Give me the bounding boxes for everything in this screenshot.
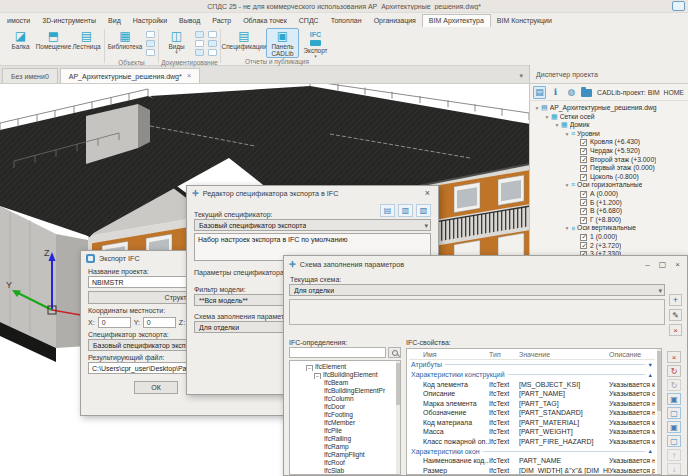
ifc-def-node[interactable]: IfcBuildingElementPr: [292, 387, 400, 395]
chevron-down-icon[interactable]: ▼: [563, 130, 571, 139]
tree-item-level[interactable]: Цоколь (-0.800): [530, 173, 688, 182]
table-row[interactable]: Класс пожарной оп... IfcText [PART_FIRE_…: [409, 437, 655, 447]
ifc-def-node[interactable]: IfcBeam: [292, 379, 400, 387]
table-row[interactable]: Описание IfcText [PART_NAME] Указывается…: [409, 389, 655, 399]
checkbox-checked[interactable]: [580, 156, 587, 163]
ribbon-tab[interactable]: Настройки: [127, 15, 173, 27]
library-button[interactable]: ▦Библиотека: [106, 28, 144, 50]
duplicate-row-button[interactable]: ▢: [667, 435, 681, 447]
delete-specifier-button[interactable]: ▧: [416, 204, 431, 217]
current-scheme-select[interactable]: Для отделки: [289, 284, 665, 296]
defs-search-input[interactable]: [289, 347, 386, 358]
chevron-down-icon[interactable]: ▼: [648, 362, 655, 368]
ifc-def-node[interactable]: −IfcBuildingElement: [292, 371, 400, 379]
edit-row-button[interactable]: ▣: [667, 421, 681, 433]
tree-item-level[interactable]: Чердак (+5.920): [530, 147, 688, 156]
table-row[interactable]: Марка элемента IfcText [PART_TAG] Указыв…: [409, 399, 655, 409]
tree-item-level[interactable]: Второй этаж (+3.000): [530, 156, 688, 165]
tree-item-axis[interactable]: В (+6.680): [530, 207, 688, 216]
tree-item-level[interactable]: Кровля (+6.430): [530, 138, 688, 147]
ribbon-tab-bim-architecture[interactable]: BIM Архитектура: [422, 14, 491, 27]
ribbon-tab[interactable]: Облака точек: [237, 15, 293, 27]
document-tab-untitled[interactable]: Без имени0: [2, 68, 58, 83]
checkbox-checked[interactable]: [580, 234, 587, 241]
tree-item-level[interactable]: Первый этаж (0.000): [530, 164, 688, 173]
chevron-down-icon[interactable]: ▼: [553, 121, 561, 130]
dialog-titlebar[interactable]: ✛ Редактор спецификатора экспорта в IFC …: [187, 186, 438, 200]
copy-specifier-button[interactable]: ▥: [398, 204, 413, 217]
collapse-box-icon[interactable]: −: [314, 373, 321, 379]
reset-property-button[interactable]: ↻: [667, 365, 681, 377]
tree-item-house[interactable]: ▼▦Домик: [530, 121, 688, 130]
tree-item-horizontal-axes[interactable]: ▼≡Оси горизонтальные: [530, 181, 688, 190]
ribbon-tab[interactable]: 3D-инструменты: [36, 15, 102, 27]
ribbon-tab[interactable]: Организация: [368, 15, 422, 27]
ifc-properties-table[interactable]: Имя Тип Значение Описание Атрибуты▼ Хара…: [406, 348, 662, 475]
ifc-def-node[interactable]: IfcRailing: [292, 435, 400, 443]
refresh-button[interactable]: ↻: [667, 379, 681, 391]
close-icon[interactable]: ×: [675, 260, 680, 269]
tree-item-axis[interactable]: А (0.000): [530, 190, 688, 199]
ifc-def-node[interactable]: IfcColumn: [292, 395, 400, 403]
export-ifc-button[interactable]: IFCЭкспорт▾: [299, 28, 332, 58]
tab-scroll-caret[interactable]: ▾: [519, 72, 529, 83]
small-icon-button[interactable]: [146, 40, 155, 47]
globe-button[interactable]: ◍: [565, 86, 578, 99]
table-row[interactable]: Размер IfcText [DIM_WIDTH] &"x"& [DIM_HE…: [409, 466, 655, 476]
table-row[interactable]: Код элемента IfcText [MS_OBJECT_KSI] Ука…: [409, 380, 655, 390]
specifications-button[interactable]: ▤Спецификации: [222, 28, 266, 50]
small-icon-button[interactable]: [195, 40, 204, 47]
new-specifier-button[interactable]: ▤: [380, 204, 395, 217]
checkbox-checked[interactable]: [580, 208, 587, 215]
ifc-def-node[interactable]: IfcMember: [292, 419, 400, 427]
delete-scheme-button[interactable]: ×: [669, 324, 682, 336]
ifc-def-node[interactable]: IfcDoor: [292, 403, 400, 411]
close-icon[interactable]: ×: [187, 72, 192, 80]
ifc-def-node[interactable]: IfcRampFlight: [292, 451, 400, 459]
folder-icon[interactable]: [581, 89, 592, 97]
chevron-down-icon[interactable]: ▼: [533, 104, 541, 113]
document-tab-active[interactable]: AP_Архитектурные_решения.dwg*×: [60, 68, 201, 83]
tree-item-vertical-axes[interactable]: ▼≡Оси вертикальные: [530, 224, 688, 233]
small-icon-button[interactable]: [195, 31, 204, 38]
close-icon[interactable]: ×: [422, 188, 433, 198]
tree-item-axis[interactable]: Г (+8.800): [530, 216, 688, 225]
dialog-titlebar[interactable]: ✛ Схема заполнения параметров – ▢ ×: [284, 256, 687, 272]
tree-item-axis[interactable]: 1 (0.000): [530, 233, 688, 242]
section-attributes[interactable]: Атрибуты▼: [409, 360, 655, 370]
ok-button[interactable]: ОК: [134, 381, 178, 394]
small-icon-button[interactable]: [146, 49, 155, 56]
small-icon-button[interactable]: [146, 31, 155, 38]
edit-scheme-button[interactable]: ✎: [669, 309, 682, 321]
small-icon-button[interactable]: [208, 40, 217, 47]
tree-item-grids[interactable]: ▼▦Сетки осей: [530, 113, 688, 122]
checkbox-checked[interactable]: [580, 191, 587, 198]
add-scheme-button[interactable]: +: [669, 294, 682, 306]
section-windows[interactable]: Характеристики окон▲: [409, 446, 655, 456]
checkbox-checked[interactable]: [580, 217, 587, 224]
tree-item-axis[interactable]: Б (+1.200): [530, 199, 688, 208]
room-button[interactable]: ⬒Помещение: [37, 28, 70, 50]
table-row[interactable]: Масса IfcText [PART_WEIGHT] Указывается …: [409, 427, 655, 437]
chevron-up-icon[interactable]: ▲: [648, 448, 655, 454]
x-input[interactable]: 0: [98, 317, 131, 328]
small-icon-button[interactable]: [208, 49, 217, 56]
small-icon-button[interactable]: [195, 49, 204, 56]
titlebar[interactable]: СПДС 25 - не для коммерческого использов…: [0, 0, 688, 13]
ifc-definitions-tree[interactable]: −IfcElement −IfcBuildingElement IfcBeam …: [289, 360, 401, 475]
checkbox-checked[interactable]: [580, 165, 587, 172]
ribbon-tab[interactable]: Топоплан: [325, 15, 368, 27]
titlebar-app-icon[interactable]: [672, 1, 685, 11]
views-button[interactable]: ◫Виды▾: [160, 28, 193, 54]
section-constructions[interactable]: Характеристики конструкций▲: [409, 370, 655, 380]
chevron-down-icon[interactable]: ▼: [563, 181, 571, 190]
cadlib-panel-button[interactable]: ▣Панель CADLib: [266, 28, 299, 58]
current-specifier-select[interactable]: Базовый спецификатор экспорта: [194, 219, 431, 231]
checkbox-checked[interactable]: [580, 199, 587, 206]
small-icon-button[interactable]: [208, 31, 217, 38]
ifc-def-node[interactable]: IfcSlab: [292, 467, 400, 475]
ifc-def-node[interactable]: IfcRoof: [292, 459, 400, 467]
add-group-button[interactable]: ▣: [667, 393, 681, 405]
delete-property-button[interactable]: ×: [667, 351, 681, 363]
table-row[interactable]: Обозначение IfcText [PART_STANDARD] Указ…: [409, 408, 655, 418]
